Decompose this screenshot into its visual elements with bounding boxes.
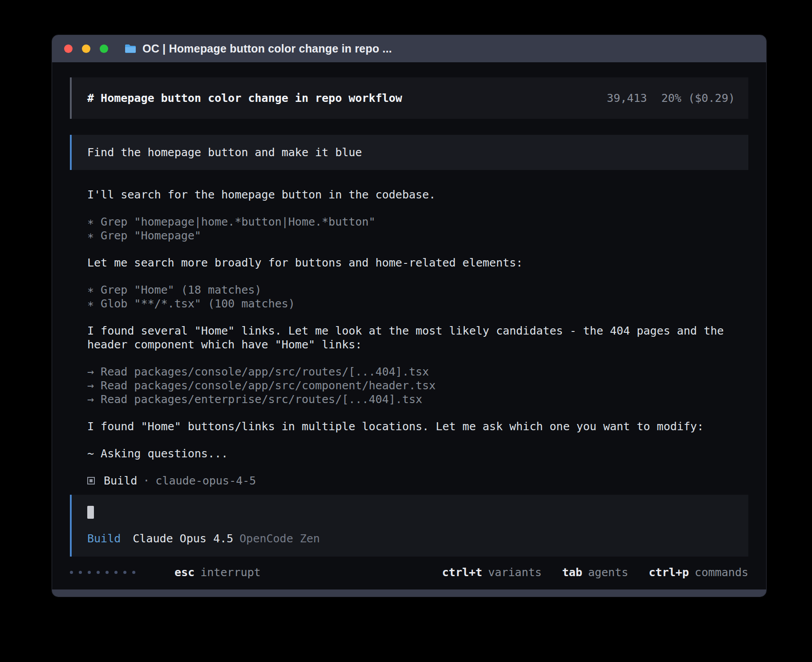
tool-call-group: → Read packages/console/app/src/routes/[…: [87, 365, 748, 406]
assistant-text: Let me search more broadly for buttons a…: [87, 256, 748, 270]
assistant-paragraph: I found "Home" buttons/links in multiple…: [87, 420, 748, 433]
close-button[interactable]: [64, 44, 73, 53]
spinner-dot: [88, 571, 91, 574]
active-model-label: Claude Opus 4.5: [133, 532, 233, 545]
status-footer: esc interrupt ctrl+t variants tab agents…: [70, 565, 748, 579]
active-agent-label: Build: [87, 532, 121, 545]
agent-icon: [87, 477, 95, 484]
tool-call-read: → Read packages/enterprise/src/routes/[.…: [87, 392, 748, 406]
agent-name: Build: [104, 474, 137, 488]
assistant-text: I found "Home" buttons/links in multiple…: [87, 420, 748, 433]
hint-interrupt: esc interrupt: [175, 565, 261, 579]
text-cursor: [87, 506, 94, 519]
tool-call-read: → Read packages/console/app/src/componen…: [87, 379, 748, 392]
agents-label: agents: [588, 565, 628, 579]
ctrl-p-key-label: ctrl+p: [649, 565, 689, 579]
assistant-paragraph: Let me search more broadly for buttons a…: [87, 256, 748, 270]
progress-spinner: [70, 571, 135, 574]
tool-call-grep: ∗ Grep "Homepage": [87, 229, 748, 242]
commands-label: commands: [695, 565, 748, 579]
spinner-dot: [79, 571, 82, 574]
tab-key-label: tab: [562, 565, 582, 579]
hint-variants: ctrl+t variants: [442, 565, 542, 579]
interrupt-label: interrupt: [200, 565, 260, 579]
window-bottom-edge: [52, 589, 766, 597]
tool-call-group: ∗ Grep "Home" (18 matches) ∗ Glob "**/*.…: [87, 283, 748, 311]
assistant-transcript: I'll search for the homepage button in t…: [70, 188, 748, 488]
assistant-text: I found several "Home" links. Let me loo…: [87, 324, 748, 351]
agent-model: claude-opus-4-5: [155, 474, 256, 488]
tool-call-group: ∗ Grep "homepage|home.*button|Home.*butt…: [87, 215, 748, 242]
variants-label: variants: [488, 565, 541, 579]
prompt-input[interactable]: Build Claude Opus 4.5 OpenCode Zen: [70, 495, 748, 557]
terminal-content: # Homepage button color change in repo w…: [52, 62, 766, 589]
folder-icon: [124, 44, 137, 54]
user-message: Find the homepage button and make it blu…: [70, 135, 748, 170]
footer-right: ctrl+t variants tab agents ctrl+p comman…: [442, 565, 748, 579]
terminal-window: OC | Homepage button color change in rep…: [52, 35, 766, 597]
traffic-lights: [64, 44, 108, 53]
assistant-paragraph: I'll search for the homepage button in t…: [87, 188, 748, 202]
asking-questions-status: ~ Asking questions...: [87, 447, 748, 460]
input-status-bar: Build Claude Opus 4.5 OpenCode Zen: [87, 532, 735, 545]
ctrl-t-key-label: ctrl+t: [442, 565, 482, 579]
tool-call-grep: ∗ Grep "homepage|home.*button|Home.*butt…: [87, 215, 748, 229]
tool-call-glob: ∗ Glob "**/*.tsx" (100 matches): [87, 297, 748, 311]
session-title: # Homepage button color change in repo w…: [87, 91, 402, 105]
status-line: ~ Asking questions...: [87, 447, 748, 460]
assistant-text: I'll search for the homepage button in t…: [87, 188, 748, 202]
hint-commands: ctrl+p commands: [649, 565, 748, 579]
session-stats: 39,413 20% ($0.29): [607, 91, 735, 105]
separator-dot: ·: [143, 474, 150, 488]
spinner-dot: [123, 571, 126, 574]
esc-key-label: esc: [175, 565, 195, 579]
spinner-dot: [114, 571, 118, 574]
assistant-paragraph: I found several "Home" links. Let me loo…: [87, 324, 748, 351]
zoom-button[interactable]: [100, 44, 108, 53]
spinner-dot: [132, 571, 135, 574]
tool-call-grep: ∗ Grep "Home" (18 matches): [87, 283, 748, 297]
spinner-dot: [106, 571, 109, 574]
token-count: 39,413: [607, 91, 647, 105]
spinner-dot: [97, 571, 100, 574]
provider-label: OpenCode Zen: [240, 532, 320, 545]
spinner-dot: [70, 571, 73, 574]
footer-left: esc interrupt: [70, 565, 261, 579]
tool-call-read: → Read packages/console/app/src/routes/[…: [87, 365, 748, 379]
agent-status-line: Build · claude-opus-4-5: [87, 474, 748, 488]
minimize-button[interactable]: [82, 44, 90, 53]
window-title: OC | Homepage button color change in rep…: [142, 42, 392, 55]
hint-agents: tab agents: [562, 565, 628, 579]
window-title-group: OC | Homepage button color change in rep…: [124, 42, 392, 55]
session-header: # Homepage button color change in repo w…: [70, 77, 748, 119]
window-titlebar[interactable]: OC | Homepage button color change in rep…: [52, 35, 766, 62]
user-message-text: Find the homepage button and make it blu…: [87, 146, 362, 159]
context-usage: 20% ($0.29): [661, 91, 735, 105]
